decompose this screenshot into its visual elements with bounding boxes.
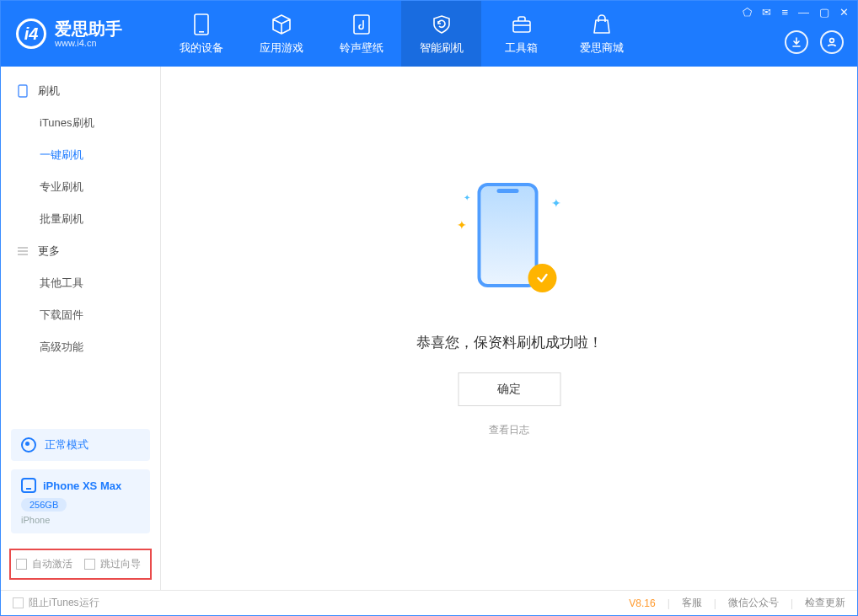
sidebar-item-oneclick-flash[interactable]: 一键刷机 bbox=[1, 139, 160, 171]
nav-label: 应用游戏 bbox=[260, 40, 303, 56]
music-file-icon bbox=[350, 13, 373, 36]
nav-label: 铃声壁纸 bbox=[340, 40, 383, 56]
download-button[interactable] bbox=[785, 30, 808, 54]
refresh-shield-icon bbox=[430, 13, 453, 36]
phone-small-icon bbox=[16, 84, 29, 98]
sidebar-item-download-firmware[interactable]: 下载固件 bbox=[1, 299, 160, 331]
checkbox-label: 阻止iTunes运行 bbox=[29, 596, 99, 610]
nav-label: 我的设备 bbox=[180, 40, 223, 56]
sidebar-section-flash: 刷机 bbox=[1, 75, 160, 107]
minimize-button[interactable]: — bbox=[798, 6, 809, 19]
sparkle-icon: ✦ bbox=[464, 193, 470, 202]
nav-apps-games[interactable]: 应用游戏 bbox=[241, 1, 321, 67]
nav-my-device[interactable]: 我的设备 bbox=[161, 1, 241, 67]
list-icon bbox=[16, 244, 29, 258]
version-label: V8.16 bbox=[629, 597, 655, 609]
flash-options-highlight: 自动激活 跳过向导 bbox=[9, 549, 152, 580]
status-link-cs[interactable]: 客服 bbox=[682, 596, 702, 610]
nav-label: 工具箱 bbox=[505, 40, 538, 56]
menu-icon[interactable]: ≡ bbox=[781, 6, 788, 19]
sidebar-item-advanced[interactable]: 高级功能 bbox=[1, 331, 160, 363]
status-bar: 阻止iTunes运行 V8.16 | 客服 | 微信公众号 | 检查更新 bbox=[1, 590, 857, 615]
checkbox-icon bbox=[84, 559, 95, 570]
device-capacity: 256GB bbox=[21, 498, 67, 512]
device-icon bbox=[21, 478, 36, 493]
app-domain: www.i4.cn bbox=[55, 38, 122, 48]
app-window: i4 爱思助手 www.i4.cn 我的设备 应用游戏 铃声壁纸 智能刷机 bbox=[0, 0, 858, 616]
device-card[interactable]: iPhone XS Max 256GB iPhone bbox=[11, 469, 150, 533]
sidebar-item-itunes-flash[interactable]: iTunes刷机 bbox=[1, 107, 160, 139]
cube-icon bbox=[270, 13, 293, 36]
sidebar-item-pro-flash[interactable]: 专业刷机 bbox=[1, 171, 160, 203]
nav-smart-flash[interactable]: 智能刷机 bbox=[401, 1, 481, 67]
svg-rect-1 bbox=[199, 31, 204, 33]
checkbox-label: 跳过向导 bbox=[100, 557, 141, 571]
nav-label: 爱思商城 bbox=[580, 40, 624, 56]
feedback-icon[interactable]: ✉ bbox=[762, 6, 771, 19]
checkbox-icon bbox=[13, 597, 24, 608]
status-link-update[interactable]: 检查更新 bbox=[805, 596, 845, 610]
mode-card[interactable]: 正常模式 bbox=[11, 429, 150, 461]
checkbox-icon bbox=[16, 559, 27, 570]
svg-rect-3 bbox=[513, 21, 530, 32]
success-illustration: ✦ ✦ ✦ bbox=[458, 178, 560, 304]
title-right: ⬠ ✉ ≡ — ▢ ✕ bbox=[743, 1, 857, 67]
body: 刷机 iTunes刷机 一键刷机 专业刷机 批量刷机 更多 其他工具 下载固件 … bbox=[1, 67, 857, 590]
nav-toolbox[interactable]: 工具箱 bbox=[481, 1, 561, 67]
sparkle-icon: ✦ bbox=[551, 196, 561, 210]
device-name: iPhone XS Max bbox=[43, 479, 121, 492]
nav-ringtone-wallpaper[interactable]: 铃声壁纸 bbox=[321, 1, 401, 67]
mode-label: 正常模式 bbox=[45, 437, 88, 453]
maximize-button[interactable]: ▢ bbox=[819, 6, 829, 19]
sparkle-icon: ✦ bbox=[457, 218, 467, 232]
titlebar: i4 爱思助手 www.i4.cn 我的设备 应用游戏 铃声壁纸 智能刷机 bbox=[1, 1, 857, 67]
app-name: 爱思助手 bbox=[55, 19, 122, 38]
svg-rect-5 bbox=[19, 85, 27, 97]
ok-button[interactable]: 确定 bbox=[458, 372, 560, 406]
svg-point-4 bbox=[830, 39, 834, 43]
view-log-link[interactable]: 查看日志 bbox=[489, 423, 529, 437]
success-check-icon bbox=[528, 264, 556, 292]
checkbox-skip-guide[interactable]: 跳过向导 bbox=[84, 557, 141, 571]
device-type: iPhone bbox=[21, 515, 140, 525]
phone-icon bbox=[190, 13, 213, 36]
logo: i4 爱思助手 www.i4.cn bbox=[1, 1, 161, 67]
success-message: 恭喜您，保资料刷机成功啦！ bbox=[416, 333, 603, 352]
logo-icon: i4 bbox=[16, 19, 46, 49]
main-panel: ✦ ✦ ✦ 恭喜您，保资料刷机成功啦！ 确定 查看日志 bbox=[161, 67, 857, 590]
skin-icon[interactable]: ⬠ bbox=[743, 6, 752, 19]
mode-icon bbox=[21, 437, 36, 453]
nav-store[interactable]: 爱思商城 bbox=[561, 1, 641, 67]
sidebar-section-title: 更多 bbox=[38, 244, 60, 259]
top-nav: 我的设备 应用游戏 铃声壁纸 智能刷机 工具箱 爱思商城 bbox=[161, 1, 641, 67]
sidebar-section-title: 刷机 bbox=[38, 83, 60, 99]
sidebar: 刷机 iTunes刷机 一键刷机 专业刷机 批量刷机 更多 其他工具 下载固件 … bbox=[1, 67, 161, 590]
status-link-wechat[interactable]: 微信公众号 bbox=[728, 596, 779, 610]
svg-rect-2 bbox=[354, 15, 369, 34]
close-button[interactable]: ✕ bbox=[839, 6, 849, 19]
window-controls: ⬠ ✉ ≡ — ▢ ✕ bbox=[743, 6, 849, 19]
sidebar-section-more: 更多 bbox=[1, 235, 160, 267]
bag-icon bbox=[590, 13, 614, 36]
sidebar-item-other-tools[interactable]: 其他工具 bbox=[1, 267, 160, 299]
nav-label: 智能刷机 bbox=[420, 40, 464, 56]
checkbox-label: 自动激活 bbox=[32, 557, 72, 571]
account-button[interactable] bbox=[820, 30, 844, 54]
checkbox-block-itunes[interactable]: 阻止iTunes运行 bbox=[13, 596, 99, 610]
checkbox-auto-activate[interactable]: 自动激活 bbox=[16, 557, 72, 571]
sidebar-item-batch-flash[interactable]: 批量刷机 bbox=[1, 203, 160, 235]
toolbox-icon bbox=[510, 13, 534, 36]
